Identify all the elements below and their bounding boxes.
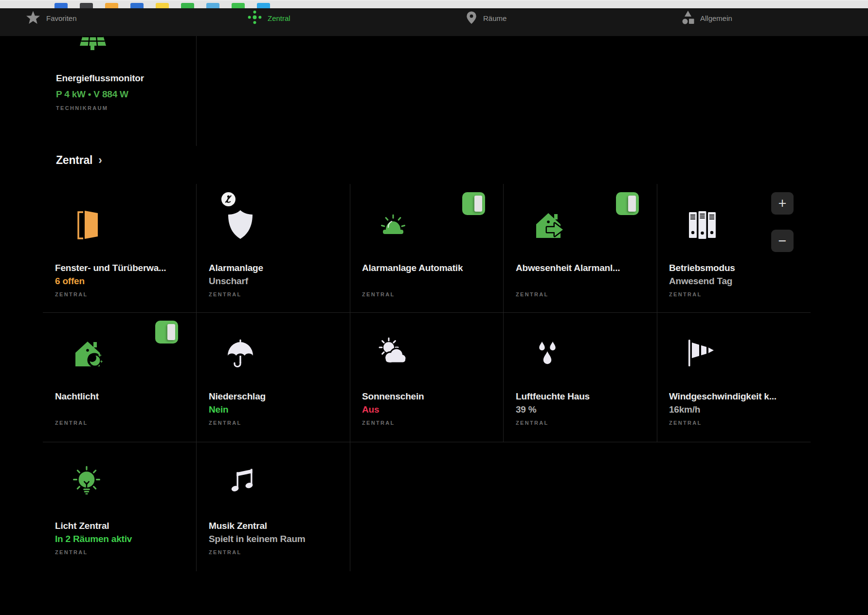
tile-room-label: ZENTRAL	[55, 549, 88, 555]
taskbar-app-icon[interactable]	[105, 3, 118, 8]
windsock-icon	[680, 333, 721, 374]
tile-value: Aus	[362, 404, 379, 415]
toggle-knob	[628, 196, 636, 212]
star-icon	[25, 10, 41, 26]
section-header-zentral[interactable]: Zentral›	[56, 154, 102, 167]
tile-room-label: ZENTRAL	[209, 291, 241, 297]
chevron-right-icon: ›	[98, 154, 102, 166]
tile-title: Alarmanlage	[209, 263, 349, 273]
binders-icon	[680, 204, 721, 245]
tile-title: Fenster- und Türüberwa...	[55, 263, 195, 273]
toggle-switch-on[interactable]	[616, 192, 639, 215]
tile-value: P 4 kW • V 884 W	[56, 89, 128, 100]
tile-room-label: ZENTRAL	[55, 291, 88, 297]
tile-value: Anwesend Tag	[669, 276, 732, 287]
tile-title: Luftfeuchte Haus	[516, 391, 656, 402]
increment-button[interactable]: +	[771, 192, 794, 215]
tile-windgeschwindigkeit[interactable]: Windgeschwindigkeit k... 16km/h ZENTRAL	[657, 312, 810, 442]
location-pin-icon	[465, 10, 478, 26]
tile-niederschlag[interactable]: Niederschlag Nein ZENTRAL	[197, 312, 350, 442]
taskbar-app-icon[interactable]	[80, 3, 93, 8]
taskbar-app-icon[interactable]	[257, 3, 270, 8]
dots-cross-icon	[247, 10, 262, 26]
tile-title: Sonnenschein	[362, 391, 502, 402]
taskbar-app-icon[interactable]	[206, 3, 219, 8]
tile-title: Betriebsmodus	[669, 263, 809, 273]
tile-value: 16km/h	[669, 404, 700, 415]
section-title: Zentral	[56, 154, 92, 166]
tile-title: Energieflussmonitor	[56, 73, 196, 84]
tile-value: Nein	[209, 404, 228, 415]
smart-home-dashboard: Energieflussmonitor P 4 kW • V 884 W TEC…	[0, 0, 868, 615]
tile-licht-zentral[interactable]: Licht Zentral In 2 Räumen aktiv ZENTRAL	[43, 442, 196, 571]
toggle-knob	[167, 324, 175, 340]
tile-betriebsmodus[interactable]: + − Betriebsmodus Anwesend Tag ZENTRAL	[657, 184, 810, 313]
tile-grid: Fenster- und Türüberwa... 6 offen ZENTRA…	[43, 184, 812, 571]
tile-value: 39 %	[516, 404, 537, 415]
tile-value: 6 offen	[55, 276, 85, 287]
tile-nachtlicht[interactable]: Nachtlicht ZENTRAL	[43, 312, 196, 442]
tile-room-label: ZENTRAL	[209, 420, 241, 426]
tile-fenster-tuerueberwachung[interactable]: Fenster- und Türüberwa... 6 offen ZENTRA…	[43, 184, 196, 313]
tile-room-label: ZENTRAL	[55, 420, 88, 426]
tile-abwesenheit-alarmanlage[interactable]: Abwesenheit Alarmanl... ZENTRAL	[504, 184, 657, 313]
nav-item-label: Allgemein	[700, 14, 732, 22]
tile-room-label: ZENTRAL	[516, 420, 548, 426]
tile-room-label: ZENTRAL	[516, 291, 548, 297]
tile-sonnenschein[interactable]: Sonnenschein Aus ZENTRAL	[350, 312, 503, 442]
tile-alarmanlage-automatik[interactable]: Alarmanlage Automatik ZENTRAL	[350, 184, 503, 313]
music-note-icon	[220, 462, 261, 503]
shield-icon	[220, 204, 261, 245]
tile-title: Licht Zentral	[55, 521, 195, 531]
tile-title: Windgeschwindigkeit k...	[669, 391, 809, 402]
siren-icon	[373, 204, 414, 245]
taskbar-app-icon[interactable]	[156, 3, 169, 8]
decrement-button[interactable]: −	[771, 230, 794, 252]
tile-alarmanlage[interactable]: Alarmanlage Unscharf ZENTRAL	[197, 184, 350, 313]
nav-item-label: Favoriten	[46, 14, 77, 22]
tile-title: Nachtlicht	[55, 391, 195, 402]
tile-room-label: ZENTRAL	[362, 291, 395, 297]
toggle-switch-on[interactable]	[155, 321, 178, 344]
tile-luftfeuchte-haus[interactable]: Luftfeuchte Haus 39 % ZENTRAL	[504, 312, 657, 442]
windows-taskbar[interactable]	[0, 0, 868, 8]
taskbar-app-icon[interactable]	[130, 3, 144, 8]
toggle-knob	[474, 196, 482, 212]
light-bulb-icon	[66, 462, 107, 503]
house-night-icon	[66, 333, 107, 374]
tile-title: Niederschlag	[209, 391, 349, 402]
tile-title: Abwesenheit Alarmanl...	[516, 263, 656, 273]
taskbar-app-icon[interactable]	[232, 3, 245, 8]
tile-musik-zentral[interactable]: Musik Zentral Spielt in keinem Raum ZENT…	[197, 442, 350, 571]
tile-title: Musik Zentral	[209, 521, 349, 531]
tile-room-label: ZENTRAL	[669, 420, 702, 426]
tile-title: Alarmanlage Automatik	[362, 263, 502, 273]
tile-room-label: ZENTRAL	[362, 420, 395, 426]
tile-value: In 2 Räumen aktiv	[55, 534, 132, 544]
water-drops-icon	[527, 333, 568, 374]
toggle-switch-on[interactable]	[462, 192, 485, 215]
tile-value: Unscharf	[209, 276, 248, 287]
shapes-icon	[681, 10, 695, 26]
house-leave-icon	[527, 204, 568, 245]
tile-room-label: ZENTRAL	[209, 549, 241, 555]
tile-value: Spielt in keinem Raum	[209, 534, 306, 544]
tile-room-label: TECHNIKRAUM	[56, 105, 108, 111]
nav-item-label: Räume	[483, 14, 506, 22]
open-door-icon	[66, 204, 107, 245]
taskbar-app-icon[interactable]	[181, 3, 194, 8]
nav-item-label: Zentral	[268, 14, 290, 22]
sun-cloud-icon	[373, 333, 414, 374]
umbrella-icon	[220, 333, 261, 374]
taskbar-app-icon[interactable]	[54, 3, 68, 8]
tile-room-label: ZENTRAL	[669, 291, 702, 297]
